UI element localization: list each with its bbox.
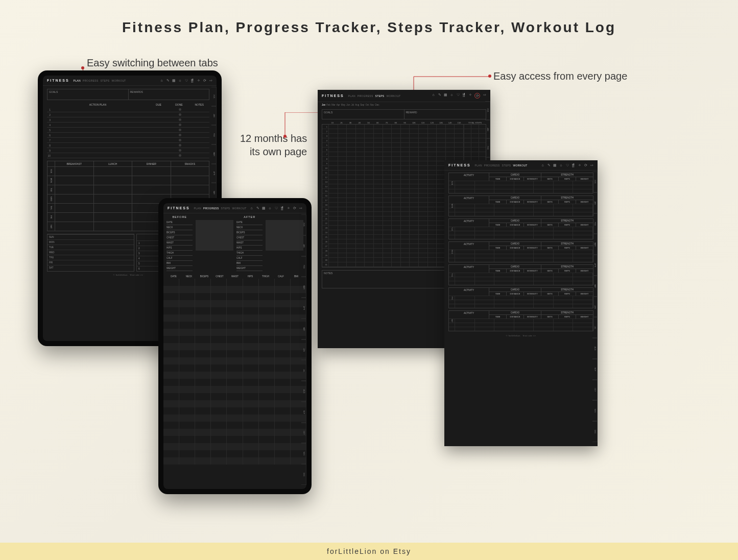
toolbar-icon[interactable]: ⇨: [209, 79, 212, 82]
tab-steps[interactable]: STEPS: [502, 164, 511, 167]
tab-plan[interactable]: PLAN: [74, 79, 81, 82]
toolbar-icon[interactable]: ⌂: [432, 93, 435, 96]
toolbar-icon[interactable]: ✧: [578, 163, 581, 167]
month-tab[interactable]: Nov: [370, 104, 374, 106]
goals-label: GOALS: [322, 109, 404, 119]
rewards-label: REWARDS: [129, 89, 209, 94]
toolbar-icon[interactable]: ⌂: [160, 79, 163, 82]
toolbar-icon[interactable]: ✎: [166, 79, 170, 82]
connector-dot: [488, 75, 491, 78]
tab-workout[interactable]: WORKOUT: [111, 79, 126, 82]
toolbar-icon[interactable]: 🍴: [191, 79, 194, 82]
toolbar-icon[interactable]: ✧: [197, 79, 200, 82]
toolbar-icon[interactable]: ☼: [178, 79, 182, 82]
month-tab[interactable]: Jun: [346, 104, 350, 106]
connector-dot: [81, 66, 84, 69]
toolbar-icon[interactable]: ⇨: [483, 93, 486, 96]
tab-steps[interactable]: STEPS: [101, 79, 110, 82]
visit-link[interactable]: Visit site >>: [522, 334, 536, 337]
tab-plan[interactable]: PLAN: [348, 94, 355, 98]
tab-steps[interactable]: STEPS: [375, 94, 385, 98]
before-label: BEFORE: [166, 215, 193, 218]
toolbar-icon[interactable]: ⌂: [541, 163, 544, 167]
main-title: Fitness Plan, Progress Tracker, Steps Tr…: [0, 19, 738, 36]
visit-link[interactable]: Visit site >>: [130, 274, 143, 276]
month-tab[interactable]: Feb: [326, 104, 330, 106]
month-tab[interactable]: Sep: [360, 104, 364, 106]
connector-dot: [283, 135, 287, 138]
toolbar-icon[interactable]: ♡: [274, 206, 278, 210]
toolbar-icon[interactable]: ✎: [256, 206, 259, 210]
toolbar-icon[interactable]: ♡: [456, 93, 460, 96]
toolbar-icon[interactable]: ⟳: [474, 93, 480, 99]
month-tab[interactable]: Jan: [322, 104, 325, 106]
toolbar-icon[interactable]: ▦: [444, 93, 447, 96]
toolbar-icon[interactable]: ▦: [172, 79, 176, 82]
toolbar-icon[interactable]: ⌂: [250, 206, 253, 210]
month-tab[interactable]: Aug: [355, 104, 359, 106]
tab-progress[interactable]: PROGRESS: [83, 79, 99, 82]
toolbar-icon[interactable]: ☼: [268, 206, 272, 210]
tab-steps[interactable]: STEPS: [221, 207, 230, 210]
toolbar-icon[interactable]: 🍴: [572, 163, 575, 167]
annotation-tabs: Easy switching between tabs: [87, 57, 218, 69]
device-workout: FITNESS PLAN PROGRESS STEPS WORKOUT ⌂✎▦☼…: [444, 160, 598, 446]
toolbar-icon[interactable]: ⇨: [299, 206, 302, 210]
annotation-access: Easy access from every page: [493, 70, 627, 82]
tab-workout[interactable]: WORKOUT: [386, 94, 400, 98]
toolbar-icon[interactable]: ☼: [450, 93, 454, 96]
toolbar-icon[interactable]: ⟳: [584, 163, 587, 167]
after-image: [266, 220, 303, 251]
reward-label: REWARD: [404, 109, 487, 119]
toolbar-icon[interactable]: ▦: [553, 163, 557, 167]
tab-progress[interactable]: PROGRESS: [203, 207, 219, 210]
toolbar-icon[interactable]: ▦: [262, 206, 266, 210]
tab-progress[interactable]: PROGRESS: [484, 164, 500, 167]
toolbar-icon[interactable]: ✎: [438, 93, 441, 96]
tab-plan[interactable]: PLAN: [475, 164, 482, 167]
tab-workout[interactable]: WORKOUT: [232, 207, 246, 210]
toolbar-icon[interactable]: 🍴: [280, 206, 284, 210]
toolbar-icon[interactable]: ✧: [287, 206, 290, 210]
tab-progress[interactable]: PROGRESS: [358, 94, 373, 98]
tab-workout[interactable]: WORKOUT: [513, 164, 527, 167]
month-tab[interactable]: Jul: [351, 104, 354, 106]
toolbar-icon[interactable]: ✧: [468, 93, 472, 96]
footer: forLittleLion on Etsy: [0, 543, 738, 560]
month-tab[interactable]: Oct: [365, 104, 369, 106]
toolbar-icon[interactable]: ☼: [559, 163, 563, 167]
month-tab[interactable]: Apr: [337, 104, 340, 106]
toolbar-icon[interactable]: 🍴: [462, 93, 466, 96]
before-image: [196, 220, 233, 251]
action-plan-label: ACTION PLAN: [47, 103, 149, 106]
annotation-months: 12 months hasits own page: [240, 132, 307, 158]
toolbar-icon[interactable]: ♡: [565, 163, 569, 167]
toolbar-icon[interactable]: ⟳: [203, 79, 206, 82]
month-tab[interactable]: Mar: [331, 104, 336, 106]
goals-label: GOALS: [47, 89, 128, 94]
toolbar-icon[interactable]: ✎: [547, 163, 551, 167]
toolbar-icon[interactable]: ⇨: [590, 163, 593, 167]
month-tab[interactable]: Dec: [375, 104, 379, 106]
device-progress: FITNESS PLAN PROGRESS STEPS WORKOUT ⌂✎▦☼…: [158, 198, 312, 494]
month-tab[interactable]: May: [341, 104, 346, 106]
brand: FITNESS: [47, 79, 69, 82]
after-label: AFTER: [236, 215, 263, 218]
toolbar-icon[interactable]: ♡: [184, 79, 188, 82]
toolbar-icon[interactable]: ⟳: [293, 206, 296, 210]
tab-plan[interactable]: PLAN: [194, 207, 201, 210]
